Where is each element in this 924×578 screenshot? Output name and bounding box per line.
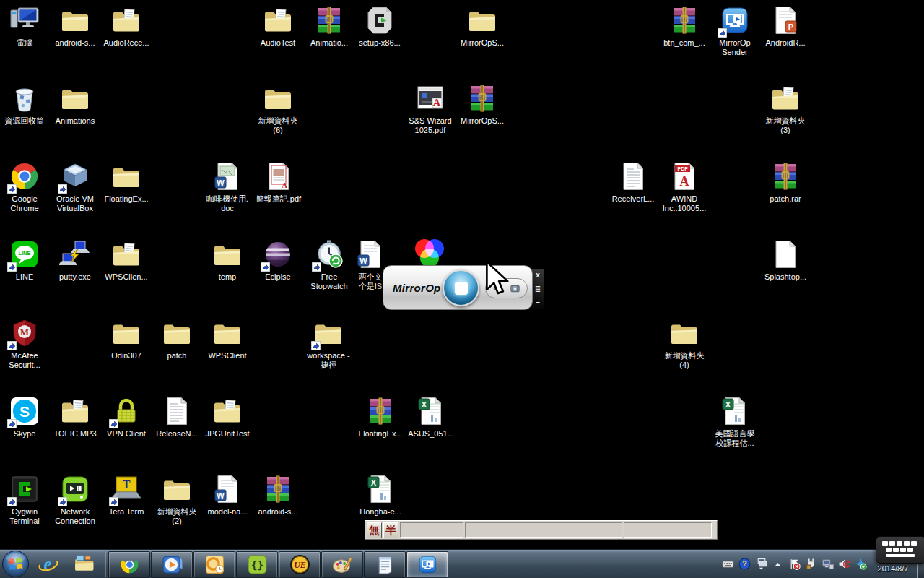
ime-panel[interactable] [465, 522, 622, 538]
desktop-icon-hongha-xls[interactable]: XHongha-e... [354, 473, 407, 517]
taskbar-pinned-internet-explorer[interactable]: e [30, 551, 66, 578]
desktop-icon-mirrorop-sender[interactable]: MirrorOp Sender [708, 4, 762, 57]
desktop-icon-network-connection[interactable]: Network Connection [48, 473, 102, 526]
taskbar-button-notepad[interactable] [364, 551, 406, 578]
desktop-icon-mirrorops-folder[interactable]: MirrorOpS... [456, 4, 509, 48]
desktop-icon-ss-wizard-pdf[interactable]: AS&S Wizard 1025.pdf [404, 82, 457, 135]
line-icon: LINE [9, 238, 40, 270]
close-button[interactable]: x [536, 272, 540, 279]
desktop-icon-splashtop-file[interactable]: Splashtop... [759, 238, 812, 282]
minimize-button[interactable]: – [536, 299, 540, 306]
desktop-icon-patch-folder[interactable]: patch [150, 317, 204, 361]
desktop-icon-coffee-doc[interactable]: W咖啡機使用. doc [201, 160, 254, 213]
desktop-icon-android-s-folder[interactable]: android-s... [48, 4, 102, 48]
desktop-icon-floatingex-rar[interactable]: FloatingEx... [354, 395, 407, 439]
shortcut-arrow-icon [312, 262, 321, 272]
desktop-icon-wpsclien-folder[interactable]: WPSClien... [100, 238, 153, 282]
mirrorop-widget[interactable]: x ≣ – MirrorOp [383, 263, 546, 315]
asus-051-xls-icon: X [415, 395, 447, 427]
taskbar-pinned-windows-explorer[interactable] [66, 551, 103, 578]
desktop-icon-cygwin-terminal[interactable]: Cygwin Terminal [0, 473, 51, 526]
desktop-icon-briefing-pdf[interactable]: A簡報筆記.pdf [252, 160, 305, 204]
desktop-icon-workspace-shortcut[interactable]: workspace - 捷徑 [302, 317, 355, 370]
desktop-icon-patch-rar[interactable]: patch.rar [759, 160, 812, 204]
svg-text:X: X [422, 400, 427, 409]
tray-keyboard-icon[interactable] [721, 557, 735, 571]
desktop-icon-receiverl-txt[interactable]: ReceiverL... [606, 160, 660, 204]
svg-text:PDF: PDF [678, 166, 689, 171]
desktop-icon-toeic-mp3-folder[interactable]: TOEIC MP3 [48, 395, 102, 439]
desktop-icon-audiotest-folder[interactable]: AudioTest [251, 4, 305, 48]
desktop-icon-line[interactable]: LINELINE [0, 238, 51, 282]
ime-button-1[interactable]: 無 [367, 522, 382, 538]
tray-network-icon[interactable] [821, 557, 834, 571]
taskbar-button-ultraedit[interactable]: UE [279, 551, 321, 578]
svg-text:W: W [217, 491, 225, 500]
taskbar-button-paint[interactable] [321, 551, 363, 578]
desktop-icon-eclipse[interactable]: Eclpise [251, 238, 305, 282]
tray-language-bar-icon[interactable] [754, 557, 768, 571]
desktop-icon-audiorece-folder[interactable]: AudioRece... [100, 4, 153, 48]
desktop-icon-tera-term[interactable]: TTera Term [100, 473, 153, 517]
ime-panel[interactable] [400, 522, 463, 538]
wpsclient-folder-icon [212, 317, 243, 349]
desktop-icon-animations-folder[interactable]: Animations [48, 82, 102, 126]
desktop-icon-mirrorops-rar[interactable]: MirrorOpS... [456, 82, 509, 126]
desktop-icon-label: Network Connection [48, 507, 102, 526]
tray-help-icon[interactable]: ? [738, 557, 751, 571]
tray-action-center-icon[interactable] [788, 557, 801, 571]
oracle-virtualbox-icon [59, 160, 91, 192]
desktop-icon-releasen-txt[interactable]: ReleaseN... [150, 395, 204, 439]
stop-button[interactable] [443, 269, 479, 306]
desktop-icon-oracle-virtualbox[interactable]: Oracle VM VirtualBox [48, 160, 102, 213]
desktop-icon-mcafee[interactable]: MMcAfee Securit... [0, 317, 51, 370]
desktop-icon-awind-pdf[interactable]: PDFAAWIND Inc..10005... [658, 160, 711, 213]
desktop-icon-skype[interactable]: SSkype [0, 395, 51, 439]
desktop-icon-model-na-doc[interactable]: Wmodel-na... [201, 473, 254, 517]
tray-security-icon[interactable] [854, 557, 868, 571]
menu-button[interactable]: ≣ [535, 285, 541, 293]
audio-icon [492, 283, 503, 294]
desktop-icon-jpgunittest-folder[interactable]: JPGUnitTest [201, 395, 254, 439]
ime-button-2[interactable]: 半 [383, 522, 398, 538]
desktop-icon-new-folder-3[interactable]: 新增資料夾 (3) [759, 82, 812, 135]
taskbar-button-mirrorop[interactable]: defs> [406, 551, 448, 578]
system-tray: ? [721, 557, 868, 571]
tray-volume-muted-icon[interactable] [837, 557, 851, 571]
desktop-icon-floatingex-folder[interactable]: FloatingEx... [100, 160, 153, 204]
tray-show-hidden-icons-icon[interactable] [771, 557, 785, 571]
taskbar-button-windows-media-player[interactable] [151, 551, 193, 578]
mode-toggle[interactable] [485, 278, 528, 298]
desktop-icon-odin307-folder[interactable]: Odin307 [100, 317, 153, 361]
desktop-icon-asus-051-xls[interactable]: XASUS_051... [404, 395, 458, 439]
desktop-icon-label: FloatingEx... [354, 429, 407, 439]
desktop-icon-vpn-client[interactable]: VPN Client [100, 395, 153, 439]
desktop-icon-google-chrome[interactable]: Google Chrome [0, 160, 51, 213]
desktop-icon-my-computer[interactable]: 電腦 [0, 4, 51, 48]
desktop-icon-setup-x86[interactable]: setup-x86... [353, 4, 406, 48]
desktop-icon-animatio-rar[interactable]: Animatio... [302, 4, 356, 48]
desktop-icon-new-folder-2[interactable]: 新增資料夾 (2) [150, 473, 204, 526]
tera-term-icon: T [110, 473, 142, 505]
touch-keyboard-icon[interactable] [876, 536, 924, 564]
desktop-icon-label: patch.rar [759, 194, 812, 204]
desktop-icon-language-school-xls[interactable]: X美國語言學 校課程估... [708, 395, 762, 448]
desktop-icon-temp-folder[interactable]: temp [201, 238, 254, 282]
desktop-icon-new-folder-6[interactable]: 新增資料夾 (6) [251, 82, 305, 135]
taskbar-button-google-chrome[interactable]: path d="M22 22 L6.4 13 A18 18 0 0 1 37.6… [108, 551, 150, 578]
svg-text:A: A [680, 174, 689, 189]
desktop-icon-label: 美國語言學 校課程估... [708, 429, 762, 448]
desktop-icon-android-s-rar[interactable]: android-s... [251, 473, 305, 517]
ime-panel[interactable] [624, 522, 712, 538]
desktop-icon-btn-com-rar[interactable]: btn_com_... [658, 4, 711, 48]
desktop-icon-new-folder-4[interactable]: 新增資料夾 (4) [658, 317, 711, 370]
taskbar-button-code-editor-braces[interactable]: {} [236, 551, 278, 578]
ime-toolbar[interactable]: 無半 [365, 520, 718, 540]
tray-power-icon[interactable] [804, 557, 818, 571]
desktop-icon-recycle-bin[interactable]: 資源回收筒 [0, 82, 51, 126]
start-button[interactable] [0, 550, 30, 578]
desktop-icon-wpsclient-folder[interactable]: WPSClient [201, 317, 254, 361]
desktop-icon-androidr-ppt[interactable]: PAndroidR... [759, 4, 812, 48]
taskbar-button-outlook[interactable] [193, 551, 235, 578]
desktop-icon-putty[interactable]: putty.exe [48, 238, 102, 282]
